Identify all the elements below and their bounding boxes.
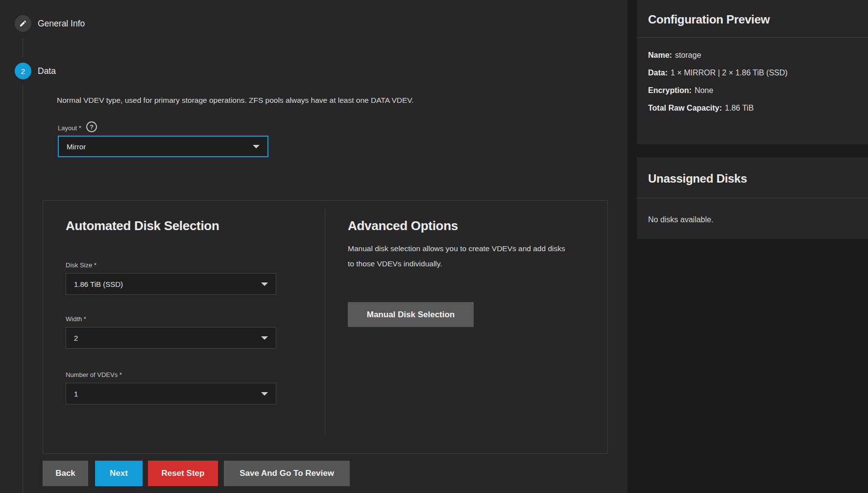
layout-select-value: Mirror	[67, 142, 86, 151]
wizard-main-area: General Info 2 Data Normal VDEV type, us…	[0, 0, 627, 493]
preview-capacity-label: Total Raw Capacity:	[648, 104, 722, 112]
preview-row-data: Data:1 × MIRROR | 2 × 1.86 TiB (SSD)	[648, 69, 788, 77]
preview-row-total-raw-capacity: Total Raw Capacity:1.86 TiB	[648, 104, 754, 113]
preview-data-label: Data:	[648, 69, 668, 77]
save-and-go-to-review-button[interactable]: Save And Go To Review	[224, 461, 350, 486]
reset-step-button[interactable]: Reset Step	[148, 461, 218, 486]
advanced-options-description: Manual disk selection allows you to crea…	[348, 241, 573, 271]
automated-disk-selection-title: Automated Disk Selection	[66, 218, 219, 234]
preview-row-name: Name:storage	[648, 51, 701, 60]
disk-size-label: Disk Size *	[66, 261, 96, 269]
unassigned-disks-title: Unassigned Disks	[648, 172, 747, 186]
chevron-down-icon	[261, 282, 268, 286]
number-of-vdevs-select[interactable]: 1	[66, 383, 276, 404]
preview-name-label: Name:	[648, 51, 672, 59]
chevron-down-icon	[253, 145, 260, 148]
preview-row-encryption: Encryption:None	[648, 86, 713, 95]
width-label: Width *	[66, 315, 86, 323]
panel-column-divider	[325, 209, 325, 435]
back-button[interactable]: Back	[43, 461, 88, 486]
next-button[interactable]: Next	[95, 461, 143, 486]
width-select[interactable]: 2	[66, 327, 276, 349]
data-vdev-description: Normal VDEV type, used for primary stora…	[57, 96, 414, 105]
step-1-indicator[interactable]	[15, 15, 31, 32]
preview-name-value: storage	[675, 51, 701, 59]
preview-data-value: 1 × MIRROR | 2 × 1.86 TiB (SSD)	[671, 69, 788, 77]
preview-encryption-label: Encryption:	[648, 86, 692, 94]
disk-size-value: 1.86 TiB (SSD)	[74, 280, 123, 288]
stepper-connector-line	[23, 85, 23, 493]
disk-size-select[interactable]: 1.86 TiB (SSD)	[66, 273, 276, 295]
preview-encryption-value: None	[695, 86, 713, 94]
stepper-connector-line	[23, 38, 23, 57]
step-1-label[interactable]: General Info	[38, 19, 85, 29]
layout-select[interactable]: Mirror	[58, 136, 268, 157]
chevron-down-icon	[261, 336, 268, 340]
width-value: 2	[74, 334, 78, 342]
no-disks-message: No disks available.	[648, 215, 713, 224]
number-of-vdevs-value: 1	[74, 390, 78, 398]
advanced-options-title: Advanced Options	[348, 218, 458, 234]
step-2-number: 2	[21, 67, 25, 75]
step-2-indicator[interactable]: 2	[15, 63, 31, 79]
manual-disk-selection-button[interactable]: Manual Disk Selection	[348, 302, 474, 327]
pencil-icon	[19, 20, 27, 27]
disk-selection-panel: Automated Disk Selection Disk Size * 1.8…	[43, 200, 608, 454]
configuration-preview-title: Configuration Preview	[648, 13, 770, 26]
preview-capacity-value: 1.86 TiB	[725, 104, 754, 112]
number-of-vdevs-label: Number of VDEVs *	[66, 371, 122, 378]
step-2-label[interactable]: Data	[38, 66, 56, 76]
card-divider	[637, 198, 868, 198]
chevron-down-icon	[261, 392, 268, 396]
card-divider	[637, 37, 868, 38]
help-icon-glyph: ?	[90, 123, 94, 131]
help-icon[interactable]: ?	[86, 121, 97, 132]
layout-field-label: Layout *	[58, 124, 81, 132]
